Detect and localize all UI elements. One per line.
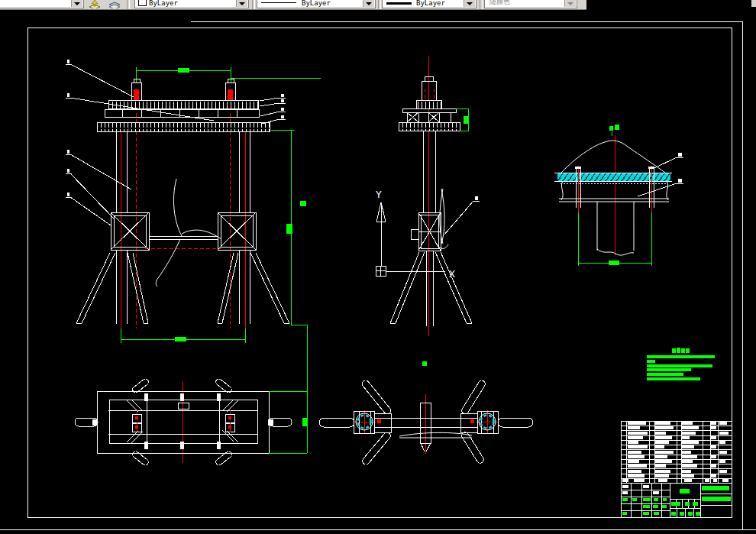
toolbar-separator (127, 0, 130, 9)
make-layer-current-button[interactable] (86, 0, 103, 8)
chevron-down-icon[interactable] (363, 0, 374, 7)
plan-view (75, 377, 307, 466)
ucs-y-label: Y (376, 189, 382, 200)
application-window: Y X (0, 0, 756, 534)
title-block (621, 483, 732, 517)
window-corner-fragment (751, 0, 756, 7)
color-dropdown[interactable]: ByLayer (134, 0, 249, 8)
drawing-canvas[interactable]: Y X (0, 0, 756, 534)
ucs-x-label: X (449, 268, 455, 280)
chevron-down-icon[interactable] (464, 0, 475, 7)
side-view: Y X (376, 56, 480, 336)
toolbar-separator (252, 0, 255, 9)
grip-point[interactable] (422, 361, 427, 366)
parts-list-table (621, 421, 732, 483)
chevron-down-icon[interactable] (71, 0, 82, 7)
parts-list-entries (622, 422, 729, 482)
tech-requirements-text (647, 348, 715, 380)
linetype-value: ByLayer (302, 0, 331, 7)
linetype-glyph-icon (261, 2, 296, 3)
toolbar-separator (378, 0, 381, 9)
plot-style-value: 随颜色 (489, 0, 510, 7)
toolbar-separator (480, 0, 483, 9)
layers-icon (108, 0, 121, 8)
plan-dimension (269, 391, 307, 453)
layer-current-icon (88, 0, 102, 8)
side-view-structure (390, 76, 480, 326)
detail-view (554, 125, 683, 266)
lineweight-dropdown[interactable]: ByLayer (382, 0, 477, 8)
detail-section-symbol (609, 125, 619, 131)
leader-callouts-left (66, 60, 214, 225)
front-view (66, 60, 321, 391)
color-swatch (138, 0, 147, 6)
layer-dropdown[interactable] (0, 0, 84, 8)
chevron-down-icon (564, 0, 576, 7)
toolbar: ByLayer ByLayer ByLayer 随颜色 (0, 0, 586, 10)
color-value: ByLayer (149, 0, 178, 7)
plot-style-dropdown: 随颜色 (484, 0, 577, 8)
chevron-down-icon[interactable] (236, 0, 247, 7)
leader-callouts-right (260, 94, 286, 124)
linetype-dropdown[interactable]: ByLayer (257, 0, 376, 8)
rotor-plan-view (319, 361, 533, 466)
layer-previous-button[interactable] (105, 0, 123, 8)
lineweight-glyph-icon (386, 2, 412, 5)
lineweight-value: ByLayer (416, 0, 445, 7)
